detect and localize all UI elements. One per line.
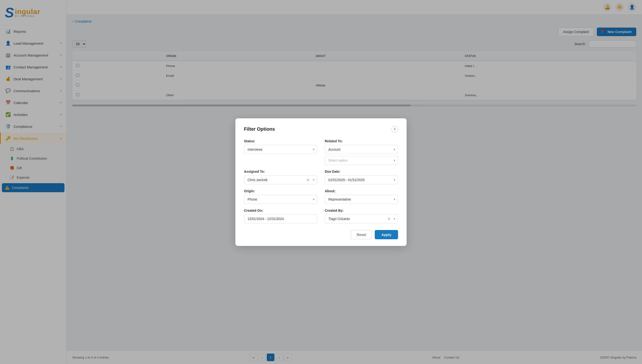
due-date-input[interactable]: 01/01/2025 - 01/31/2025 [325,175,398,184]
related-to-label: Related To: [325,139,398,143]
related-to-select-wrapper: Account ▾ [325,145,398,154]
status-label: Status: [244,139,317,143]
status-field-group: Status: Interviews ▾ [244,139,317,165]
reset-button[interactable]: Reset [351,230,372,239]
created-on-wrapper: 12/01/2024 - 12/31/2024 [244,214,317,223]
modal-close-button[interactable]: × [391,126,398,132]
assigned-to-label: Assigned To: [244,170,317,174]
due-date-field-group: Due Date: 01/01/2025 - 01/31/2025 ▾ [325,170,398,184]
about-field-group: About: Representative ▾ [325,189,398,204]
about-select-wrapper: Representative ▾ [325,195,398,204]
created-by-field-group: Created By: Tiago Crizanto ✕ ▾ [325,208,398,223]
filter-options-modal: Filter Options × Status: Interviews ▾ Re… [235,118,407,246]
origin-label: Origin: [244,189,317,193]
clear-assigned-to-icon[interactable]: ✕ [307,178,309,182]
status-select-wrapper: Interviews ▾ [244,145,317,154]
due-date-label: Due Date: [325,170,398,174]
origin-field-group: Origin: Phone ▾ [244,189,317,204]
created-on-label: Created On: [244,208,317,212]
related-to-select[interactable]: Account [325,145,398,154]
related-to-sub-select[interactable]: Select option [325,156,398,165]
modal-body: Status: Interviews ▾ Related To: Account… [244,139,398,223]
status-select[interactable]: Interviews [244,145,317,154]
about-label: About: [325,189,398,193]
created-by-select[interactable]: Tiago Crizanto [325,214,398,223]
about-select[interactable]: Representative [325,195,398,204]
created-on-input[interactable]: 12/01/2024 - 12/31/2024 [244,214,317,223]
assigned-to-select-wrapper: Chris Janicek ✕ ▾ [244,175,317,184]
due-date-select-wrapper: 01/01/2025 - 01/31/2025 ▾ [325,175,398,184]
clear-created-by-icon[interactable]: ✕ [388,217,391,221]
modal-overlay: Filter Options × Status: Interviews ▾ Re… [0,0,642,364]
related-to-sub-select-wrapper: Select option ▾ [325,156,398,165]
origin-select-wrapper: Phone ▾ [244,195,317,204]
assigned-to-field-group: Assigned To: Chris Janicek ✕ ▾ [244,170,317,184]
assigned-to-select[interactable]: Chris Janicek [244,175,317,184]
related-to-field-group: Related To: Account ▾ Select option ▾ [325,139,398,165]
created-by-label: Created By: [325,208,398,212]
modal-footer: Reset Apply [244,230,398,239]
apply-button[interactable]: Apply [375,230,398,239]
created-on-field-group: Created On: 12/01/2024 - 12/31/2024 [244,208,317,223]
modal-title: Filter Options [244,126,275,132]
modal-header: Filter Options × [244,126,398,132]
origin-select[interactable]: Phone [244,195,317,204]
created-by-select-wrapper: Tiago Crizanto ✕ ▾ [325,214,398,223]
